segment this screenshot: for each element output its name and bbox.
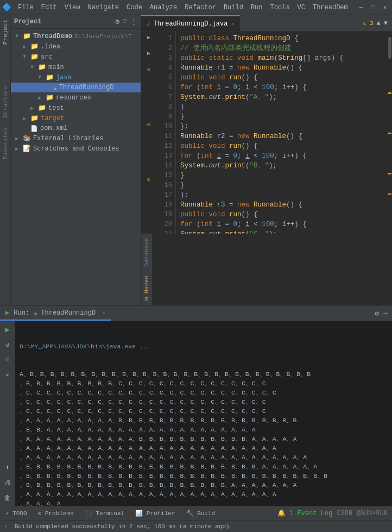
structure-tab[interactable]: Structure <box>1 82 10 122</box>
menu-build[interactable]: Build <box>220 3 246 12</box>
tree-idea[interactable]: ▶ 📁 .idea <box>11 41 141 52</box>
editor-down-icon[interactable]: ▼ <box>384 20 388 27</box>
code-line-11: Runnable r2 = new Runnable() { <box>180 132 383 141</box>
profiler-tab[interactable]: 📊 Profiler <box>130 506 180 520</box>
tab-threadrunningd[interactable]: J ThreadRunningD.java ✕ <box>141 15 240 31</box>
favorites-tab[interactable]: Favorites <box>1 123 10 164</box>
code-line-14: System.out.print("B、"); <box>180 161 383 171</box>
menu-analyze[interactable]: Analyze <box>147 3 180 12</box>
menu-file[interactable]: File <box>15 3 37 12</box>
tree-test[interactable]: ▶ 📁 test <box>11 103 141 113</box>
warning-badge: ⚠ 3 <box>363 20 374 27</box>
todo-tab[interactable]: ✓ TODO <box>0 506 33 520</box>
tree-ext-libs[interactable]: ▶ 📚 External Libraries <box>11 133 141 143</box>
menu-code[interactable]: Code <box>123 3 146 12</box>
tree-pom[interactable]: 📄 pom.xml <box>11 123 141 133</box>
clear-console-button[interactable]: 🗑 <box>2 492 14 504</box>
project-panel-icons: ⚙ ≡ ⋮ <box>115 17 137 26</box>
code-line-9: } <box>180 112 383 122</box>
project-icon-gear[interactable]: ⚙ <box>115 17 119 26</box>
run-tab[interactable]: ▶ Run: ☕ ThreadRunningD ✕ <box>0 306 111 321</box>
code-content[interactable]: public class ThreadRunningD { // 使用内名内部类… <box>176 32 388 234</box>
status-bar: ✓ Build completed successfully in 2 sec,… <box>0 520 392 532</box>
code-line-6: for (int i = 0; i < 100; i++) { <box>180 83 383 92</box>
window-controls: ─ □ ✕ <box>356 3 390 12</box>
code-line-16: } <box>180 180 383 190</box>
settings-icon[interactable]: ⚙ <box>375 309 379 318</box>
tree-root-threadDemo[interactable]: ▼ 📁 ThreadDemo E:\JavaProject\T <box>11 31 141 41</box>
code-line-4: Runnable r1 = new Runnable() { <box>180 63 383 73</box>
project-tab[interactable]: Project <box>1 15 10 49</box>
status-message: Build completed successfully in 2 sec, 1… <box>15 523 230 530</box>
editor-up-icon[interactable]: ▲ <box>377 20 381 27</box>
code-line-13: for (int i = 0; i < 100; i++) { <box>180 151 383 161</box>
tree-resources[interactable]: ▶ 📁 resources <box>11 92 141 103</box>
event-log-icon[interactable]: 🔔 1 Event Log <box>277 509 332 517</box>
menu-view[interactable]: View <box>61 3 84 12</box>
tree-label-pom: pom.xml <box>40 124 67 132</box>
menu-refactor[interactable]: Refactor <box>181 3 219 12</box>
menu-threaddem[interactable]: ThreadDem <box>309 3 351 12</box>
editor-area: J ThreadRunningD.java ✕ ⚠ 3 ▲ ▼ ▶ ▶ ⊙ <box>141 15 392 305</box>
close-run-button[interactable]: ✕ <box>2 369 14 381</box>
run-button[interactable]: ▶ <box>2 323 14 335</box>
code-line-20: for (int i = 0; i < 100; i++) { <box>180 220 383 229</box>
status-check-icon: ✓ <box>4 523 8 530</box>
bottom-panel: ▶ Run: ☕ ThreadRunningD ✕ ⚙ ─ ▶ ↺ ■ ✕ ⬇ … <box>0 305 392 506</box>
code-gutter: ▶ ▶ ⊙ ⊙ ⊙ <box>141 32 156 234</box>
print-button[interactable]: 🖨 <box>2 477 14 489</box>
maximize-button[interactable]: □ <box>368 3 378 12</box>
java-file-icon: J <box>147 21 150 27</box>
run-class-name: ThreadRunningD <box>41 309 96 317</box>
tree-main[interactable]: ▼ 📁 main <box>11 62 141 72</box>
code-editor: ▶ ▶ ⊙ ⊙ ⊙ <box>141 32 392 234</box>
left-sidebar-strip: Project Structure Favorites <box>0 15 11 305</box>
tab-close-button[interactable]: ✕ <box>231 21 234 27</box>
project-icon-collapse[interactable]: ≡ <box>123 17 127 26</box>
run-tab-close[interactable]: ✕ <box>102 310 105 316</box>
csdn-label: CSDN @SUN×RUN <box>337 510 388 517</box>
tree-label-extlibs: External Libraries <box>33 135 104 142</box>
stop-button[interactable]: ■ <box>2 354 14 366</box>
minimize-button[interactable]: ─ <box>356 3 366 12</box>
run-tab-label: Run: <box>14 309 29 317</box>
gutter-arrow-1[interactable]: ▶ <box>147 34 150 41</box>
right-tab-maven[interactable]: m Maven <box>142 271 152 305</box>
problems-tab[interactable]: ⊙ Problems <box>33 506 79 520</box>
terminal-tab[interactable]: ⬛ Terminal <box>79 506 130 520</box>
build-tab[interactable]: 🔨 Build <box>181 506 221 520</box>
gutter-warn-19: ⊙ <box>147 177 150 183</box>
console-output[interactable]: D:\MY_APP\JAVA\JDK\bin\java.exe ... A、B、… <box>15 321 392 506</box>
minimize-panel-icon[interactable]: ─ <box>383 309 388 317</box>
scroll-warn-3 <box>388 173 391 174</box>
tree-scratches[interactable]: ▶ 📝 Scratches and Consoles <box>11 143 141 154</box>
tree-label-threadrunningd: ThreadRunningD <box>59 84 114 91</box>
line-numbers: 1 2 3 4 5 6 7 8 9 10 11 12 13 14 15 16 1… <box>156 32 176 234</box>
tree-threadrunningd[interactable]: ☕ ThreadRunningD <box>11 83 141 92</box>
tree-label-main: main <box>48 64 64 71</box>
rerun-button[interactable]: ↺ <box>2 339 14 351</box>
menu-navigate[interactable]: Navigate <box>84 3 122 12</box>
tree-arrow: ▼ <box>15 33 23 39</box>
menu-run[interactable]: Run <box>248 3 266 12</box>
scroll-to-end-button[interactable]: ⬇ <box>2 461 14 473</box>
right-tab-database[interactable]: Database <box>142 234 152 271</box>
menu-edit[interactable]: Edit <box>38 3 60 12</box>
code-line-21: System.out.print("C、"); <box>180 229 383 234</box>
menu-vc[interactable]: VC <box>294 3 308 12</box>
tree-java[interactable]: ▼ 📁 java <box>11 72 141 83</box>
tree-label-test: test <box>48 104 64 112</box>
code-line-17: }; <box>180 190 383 200</box>
project-icon-settings[interactable]: ⋮ <box>130 17 137 26</box>
bottom-tab-bar: ▶ Run: ☕ ThreadRunningD ✕ ⚙ ─ <box>0 306 392 321</box>
run-class-icon: ☕ <box>34 309 37 317</box>
tree-label-java: java <box>56 74 72 82</box>
tree-path: E:\JavaProject\T <box>74 33 132 40</box>
tree-target[interactable]: ▶ 📁 target <box>11 113 141 123</box>
editor-scrollbar[interactable] <box>388 32 392 234</box>
gutter-arrow-3[interactable]: ▶ <box>147 50 150 57</box>
bottom-tabs-bar: ✓ TODO ⊙ Problems ⬛ Terminal 📊 Profiler … <box>0 506 392 520</box>
tree-src[interactable]: ▼ 📁 src <box>11 52 141 62</box>
close-button[interactable]: ✕ <box>380 3 390 12</box>
menu-tools[interactable]: Tools <box>267 3 293 12</box>
